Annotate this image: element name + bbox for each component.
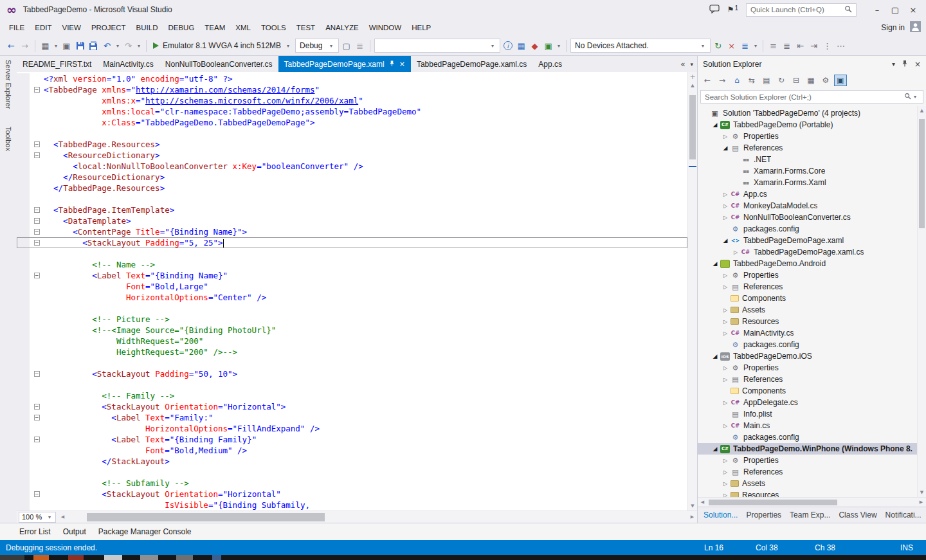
scrollbar-thumb[interactable] [87, 513, 325, 521]
chevron-down-icon[interactable]: ▾ [752, 43, 759, 49]
decrease-indent-icon[interactable]: ⇤ [794, 40, 806, 52]
fold-collapse-box[interactable]: − [30, 489, 44, 500]
code-line[interactable]: Font="Bold,Medium" /> [17, 445, 687, 456]
code-line[interactable]: IsVisible="{Binding Subfamily, [17, 500, 687, 510]
breakpoint-margin[interactable] [17, 248, 30, 259]
tree-item-app-cs[interactable]: ▷C#App.cs [698, 188, 926, 200]
validate-xml-icon[interactable]: × [725, 40, 738, 52]
expander-collapsed-icon[interactable]: ▷ [721, 330, 730, 336]
breakpoint-margin[interactable] [17, 128, 30, 139]
menu-item-edit[interactable]: EDIT [30, 21, 57, 34]
tree-item-xamarin-forms-core[interactable]: ▪▪Xamarin.Forms.Core [698, 165, 926, 177]
menu-item-team[interactable]: TEAM [199, 21, 230, 34]
expander-collapsed-icon[interactable]: ▷ [721, 284, 730, 290]
expander-collapsed-icon[interactable]: ▷ [721, 273, 730, 278]
tree-item-net[interactable]: ▪▪.NET [698, 154, 926, 165]
expander-collapsed-icon[interactable]: ▷ [721, 134, 730, 140]
collapse-minus-icon[interactable]: − [34, 404, 40, 410]
breakpoint-margin[interactable] [17, 489, 30, 500]
code-line[interactable]: </ResourceDictionary> [17, 172, 687, 183]
breakpoint-margin[interactable] [17, 292, 30, 303]
panel-tab-notificati[interactable]: Notificati... [885, 510, 921, 519]
expander-collapsed-icon[interactable]: ▷ [731, 249, 740, 255]
expander-collapsed-icon[interactable]: ▷ [721, 492, 730, 498]
scroll-right-icon[interactable]: ▶ [916, 500, 926, 505]
collapse-minus-icon[interactable]: − [34, 273, 40, 278]
code-line[interactable]: <!-- Subfamily --> [17, 478, 687, 489]
collapse-minus-icon[interactable]: − [34, 218, 40, 224]
breakpoint-margin[interactable] [17, 139, 30, 150]
code-line[interactable]: − <StackLayout Padding="50, 10"> [17, 368, 687, 379]
properties-icon[interactable]: ⚙ [819, 75, 832, 86]
code-line[interactable]: − <DataTemplate> [17, 215, 687, 226]
scroll-up-icon[interactable]: ▲ [918, 106, 926, 115]
breakpoint-margin[interactable] [17, 445, 30, 456]
code-line[interactable]: − <TabbedPage.Resources> [17, 139, 687, 150]
horizontal-scrollbar[interactable]: ◀ ▶ [698, 497, 926, 507]
code-pane[interactable]: <?xml version="1.0" encoding="utf-8" ?>−… [17, 72, 687, 510]
code-line[interactable] [17, 248, 687, 259]
tree-item-tabbedpagedemopage-xaml[interactable]: ◢<>TabbedPageDemoPage.xaml [698, 235, 926, 246]
undo-icon[interactable]: ↶ [101, 40, 113, 52]
code-line[interactable]: − <StackLayout Orientation="Horizontal" [17, 489, 687, 500]
sync-with-active-document-icon[interactable]: ↻ [775, 75, 788, 86]
code-line[interactable]: −<TabbedPage xmlns="http://xamarin.com/s… [17, 84, 687, 95]
expander-collapsed-icon[interactable]: ▷ [721, 192, 730, 197]
search-icon[interactable] [904, 93, 911, 102]
menu-item-xml[interactable]: XML [230, 21, 256, 34]
close-icon[interactable]: × [914, 60, 921, 69]
document-tab-app-cs[interactable]: App.cs [532, 56, 568, 72]
solution-explorer-search-input[interactable]: Search Solution Explorer (Ctrl+;) ▾ [700, 90, 923, 104]
tree-item-properties[interactable]: ▷⚙Properties [698, 362, 926, 374]
tree-item-packages-config[interactable]: ⚙packages.config [698, 223, 926, 235]
breakpoint-margin[interactable] [17, 237, 30, 248]
tree-item-tabbedpagedemo-winphone-windows-phone-8[interactable]: ◢C#TabbedPageDemo.WinPhone (Windows Phon… [698, 443, 926, 455]
diagnostics-icon[interactable]: ◆ [529, 40, 541, 52]
home-icon[interactable]: ⌂ [731, 75, 743, 86]
breakpoint-margin[interactable] [17, 204, 30, 215]
collapse-minus-icon[interactable]: − [34, 437, 40, 442]
code-line[interactable]: Font="Bold,Large" [17, 281, 687, 292]
chevron-down-icon[interactable]: ▾ [114, 43, 121, 49]
fold-collapse-box[interactable]: − [30, 215, 44, 226]
tree-item-assets[interactable]: ▷Assets [698, 478, 926, 489]
tree-item-resources[interactable]: ▷Resources [698, 489, 926, 497]
code-line[interactable]: <!-- Family --> [17, 390, 687, 401]
breakpoint-margin[interactable] [17, 368, 30, 379]
code-line[interactable] [17, 128, 687, 139]
tab-overflow-icon[interactable]: « [680, 60, 685, 69]
code-line[interactable]: x:Class="TabbedPageDemo.TabbedPageDemoPa… [17, 117, 687, 128]
breakpoint-margin[interactable] [17, 347, 30, 357]
code-line[interactable]: </TabbedPage.Resources> [17, 183, 687, 194]
minimize-button[interactable]: – [868, 3, 886, 17]
menu-item-build[interactable]: BUILD [131, 21, 163, 34]
pin-icon[interactable] [902, 60, 908, 69]
format-document-icon[interactable]: ≡ [767, 40, 779, 52]
expander-collapsed-icon[interactable]: ▷ [721, 377, 730, 383]
feedback-icon[interactable] [709, 5, 720, 15]
vertical-scrollbar[interactable]: + ▲ ▼ [687, 72, 697, 510]
scroll-left-icon[interactable]: ◀ [698, 500, 707, 505]
breakpoint-margin[interactable] [17, 172, 30, 183]
code-line[interactable]: − <Label Text="{Binding Name}" [17, 270, 687, 281]
breakpoint-margin[interactable] [17, 467, 30, 478]
document-tab-tabbedpagedemopage-xaml-cs[interactable]: TabbedPageDemoPage.xaml.cs [411, 56, 532, 72]
collapse-minus-icon[interactable]: − [34, 141, 40, 147]
collapse-minus-icon[interactable]: − [34, 371, 40, 377]
scroll-right-icon[interactable]: ▶ [687, 514, 697, 519]
code-line[interactable]: xmlns:local="clr-namespace:TabbedPageDem… [17, 106, 687, 117]
collapse-minus-icon[interactable]: − [34, 152, 40, 158]
menu-item-help[interactable]: HELP [406, 21, 436, 34]
breakpoint-margin[interactable] [17, 314, 30, 325]
fold-collapse-box[interactable]: − [30, 204, 44, 215]
expander-collapsed-icon[interactable]: ▷ [721, 365, 730, 371]
tree-item-xamarin-forms-xaml[interactable]: ▪▪Xamarin.Forms.Xaml [698, 177, 926, 188]
code-line[interactable]: WidthRequest="200" [17, 336, 687, 347]
show-all-files-icon[interactable]: ▦ [804, 75, 817, 86]
expander-expanded-icon[interactable]: ◢ [711, 353, 720, 359]
expander-collapsed-icon[interactable]: ▷ [721, 319, 730, 325]
fold-collapse-box[interactable]: − [30, 150, 44, 161]
breakpoint-margin[interactable] [17, 500, 30, 510]
breakpoint-margin[interactable] [17, 183, 30, 194]
code-line[interactable]: <local:NonNullToBooleanConverter x:Key="… [17, 161, 687, 172]
